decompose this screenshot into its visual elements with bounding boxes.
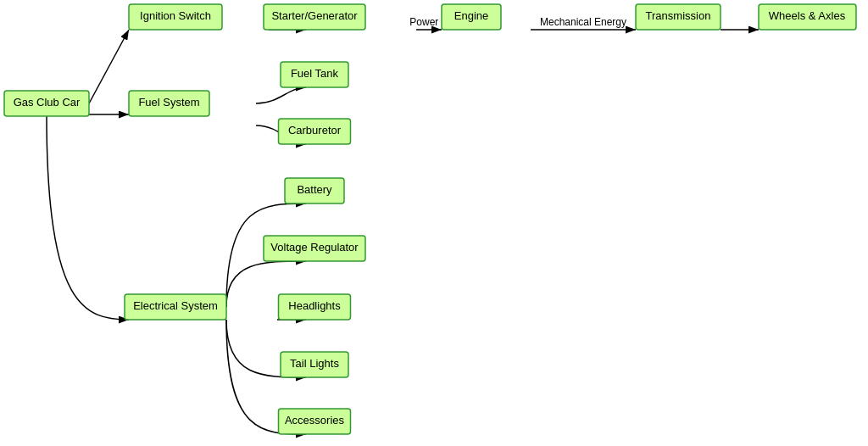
edge-gasclubcar-electrical	[47, 116, 129, 320]
svg-text:Wheels & Axles: Wheels & Axles	[769, 9, 846, 22]
node-carburetor: Carburetor	[279, 119, 351, 144]
node-headlights: Headlights	[279, 294, 351, 320]
node-fuelsystem: Fuel System	[129, 91, 209, 116]
svg-text:Headlights: Headlights	[288, 299, 341, 312]
svg-text:Accessories: Accessories	[285, 414, 345, 426]
svg-text:Tail Lights: Tail Lights	[290, 357, 339, 370]
edge-fuelsystem-fueltank	[256, 87, 306, 103]
svg-text:Voltage Regulator: Voltage Regulator	[270, 241, 359, 254]
svg-text:Electrical System: Electrical System	[133, 299, 218, 312]
node-battery: Battery	[285, 178, 344, 203]
node-wheelsaxles: Wheels & Axles	[759, 4, 856, 30]
svg-text:Fuel Tank: Fuel Tank	[291, 67, 339, 80]
node-accessories: Accessories	[279, 409, 351, 434]
node-taillights: Tail Lights	[281, 352, 348, 377]
node-electricalsystem: Electrical System	[125, 294, 226, 320]
node-voltageregulator: Voltage Regulator	[264, 236, 365, 261]
node-engine: Engine	[442, 4, 501, 30]
svg-text:Fuel System: Fuel System	[138, 96, 199, 109]
svg-text:Battery: Battery	[297, 183, 332, 196]
node-fueltank: Fuel Tank	[281, 62, 348, 87]
svg-text:Engine: Engine	[454, 9, 488, 22]
node-transmission: Transmission	[636, 4, 721, 30]
svg-text:Carburetor: Carburetor	[288, 124, 342, 137]
edge-gasclubcar-ignitionswitch	[89, 30, 129, 103]
node-gasclubcar: Gas Club Car	[4, 91, 89, 116]
svg-text:Gas Club Car: Gas Club Car	[14, 96, 81, 109]
svg-text:Starter/Generator: Starter/Generator	[271, 9, 358, 22]
edge-label-mechanical: Mechanical Energy	[540, 16, 626, 28]
svg-text:Transmission: Transmission	[646, 9, 711, 22]
node-startergenerator: Starter/Generator	[264, 4, 365, 30]
node-ignitionswitch: Ignition Switch	[129, 4, 222, 30]
svg-text:Ignition Switch: Ignition Switch	[140, 9, 211, 22]
